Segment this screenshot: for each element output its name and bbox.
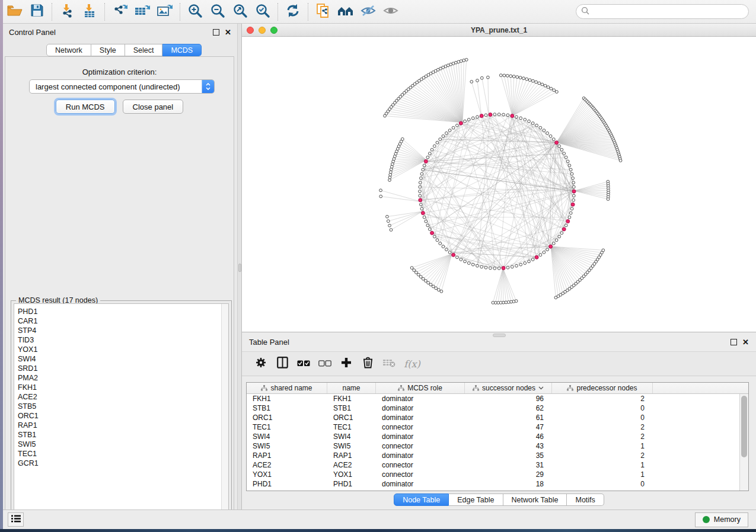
table-row[interactable]: YOX1YOX1connector291 (247, 470, 748, 479)
graph-node[interactable] (489, 113, 492, 117)
hide-selected-button[interactable] (358, 2, 378, 21)
graph-node[interactable] (519, 117, 522, 120)
graph-node[interactable] (543, 129, 546, 132)
delete-column-button[interactable] (357, 354, 378, 374)
network-graph-canvas[interactable] (242, 37, 756, 332)
graph-node[interactable] (569, 168, 572, 171)
graph-edge[interactable] (477, 81, 481, 116)
graph-node[interactable] (539, 254, 542, 257)
table-panel-splitter-grip[interactable] (493, 334, 506, 337)
splitter-grip[interactable] (238, 264, 241, 272)
graph-node[interactable] (556, 91, 559, 94)
mcds-result-item[interactable]: STB5 (18, 402, 221, 411)
graph-node[interactable] (419, 275, 422, 278)
graph-edge[interactable] (403, 139, 426, 160)
graph-node[interactable] (388, 224, 391, 227)
mcds-result-item[interactable]: SRD1 (18, 364, 221, 373)
graph-node[interactable] (420, 203, 423, 206)
mcds-result-item[interactable]: FKH1 (18, 383, 221, 392)
graph-node[interactable] (459, 121, 462, 125)
graph-node[interactable] (497, 267, 500, 270)
graph-node[interactable] (436, 141, 439, 144)
graph-node[interactable] (619, 159, 622, 162)
graph-node[interactable] (572, 198, 575, 201)
tab-node-table[interactable]: Node Table (394, 493, 449, 506)
graph-node[interactable] (379, 195, 382, 198)
graph-node[interactable] (476, 79, 479, 82)
graph-node[interactable] (420, 172, 423, 175)
graph-edge[interactable] (390, 211, 423, 226)
graph-node[interactable] (555, 239, 558, 242)
graph-node[interactable] (423, 216, 426, 219)
mcds-result-item[interactable]: ORC1 (18, 411, 221, 421)
graph-edge[interactable] (501, 75, 512, 116)
close-panel-button[interactable]: Close panel (123, 100, 184, 114)
graph-node[interactable] (552, 242, 555, 245)
graph-node[interactable] (440, 290, 443, 293)
graph-node[interactable] (427, 281, 430, 284)
search-input[interactable] (593, 8, 744, 16)
graph-node[interactable] (568, 164, 571, 167)
graph-node[interactable] (506, 74, 509, 77)
graph-edge[interactable] (412, 254, 452, 268)
graph-node[interactable] (515, 264, 518, 267)
export-table-button[interactable] (132, 2, 152, 21)
table-scrollbar[interactable] (739, 394, 748, 491)
graph-node[interactable] (535, 124, 538, 127)
search-box[interactable] (576, 4, 749, 19)
graph-node[interactable] (470, 81, 473, 84)
graph-node[interactable] (388, 176, 391, 179)
graph-node[interactable] (388, 179, 391, 182)
graph-node[interactable] (512, 75, 515, 78)
graph-node[interactable] (489, 267, 492, 270)
mcds-result-item[interactable]: SWI4 (18, 354, 221, 364)
graph-node[interactable] (563, 152, 566, 155)
mcds-result-item[interactable]: STP4 (18, 326, 221, 335)
zoom-in-button[interactable] (185, 2, 205, 21)
graph-node[interactable] (522, 77, 525, 80)
graph-node[interactable] (546, 132, 549, 134)
show-all-button[interactable] (381, 2, 401, 21)
graph-node[interactable] (566, 160, 569, 163)
graph-edge[interactable] (446, 66, 462, 123)
graph-node[interactable] (543, 251, 546, 254)
mcds-result-item[interactable]: GCR1 (18, 459, 221, 468)
tab-mcds[interactable]: MCDS (162, 44, 202, 56)
import-table-button[interactable] (79, 2, 100, 21)
memory-button[interactable]: Memory (695, 512, 748, 527)
graph-node[interactable] (607, 198, 610, 201)
graph-edge[interactable] (439, 254, 452, 290)
graph-node[interactable] (448, 251, 451, 254)
graph-node[interactable] (420, 207, 423, 210)
graph-node[interactable] (541, 83, 544, 86)
graph-node[interactable] (572, 177, 575, 180)
graph-node[interactable] (464, 260, 467, 263)
import-network-button[interactable] (57, 2, 77, 21)
function-builder-button[interactable]: f(x) (400, 354, 421, 374)
graph-node[interactable] (420, 177, 423, 180)
column-header-predecessor-nodes[interactable]: predecessor nodes (552, 383, 653, 393)
graph-edge[interactable] (420, 182, 454, 255)
graph-edge[interactable] (448, 65, 462, 123)
graph-node[interactable] (456, 256, 459, 259)
graph-node[interactable] (390, 229, 393, 232)
graph-node[interactable] (471, 263, 474, 266)
graph-edge[interactable] (482, 78, 489, 115)
graph-node[interactable] (531, 258, 534, 261)
graph-node[interactable] (476, 264, 479, 267)
table-scrollbar-thumb[interactable] (741, 396, 747, 457)
graph-node[interactable] (413, 269, 416, 272)
graph-node[interactable] (433, 235, 436, 238)
graph-node[interactable] (532, 79, 535, 82)
table-settings-button[interactable] (250, 354, 272, 374)
criterion-dropdown[interactable]: largest connected component (undirected) (29, 79, 215, 94)
graph-node[interactable] (423, 164, 426, 167)
graph-node[interactable] (445, 248, 448, 251)
graph-node[interactable] (464, 120, 467, 123)
graph-edge[interactable] (498, 268, 503, 303)
graph-node[interactable] (417, 273, 420, 276)
graph-node[interactable] (476, 116, 479, 118)
graph-node[interactable] (445, 132, 448, 134)
mcds-result-item[interactable]: TEC1 (18, 449, 221, 459)
graph-node[interactable] (549, 134, 552, 137)
